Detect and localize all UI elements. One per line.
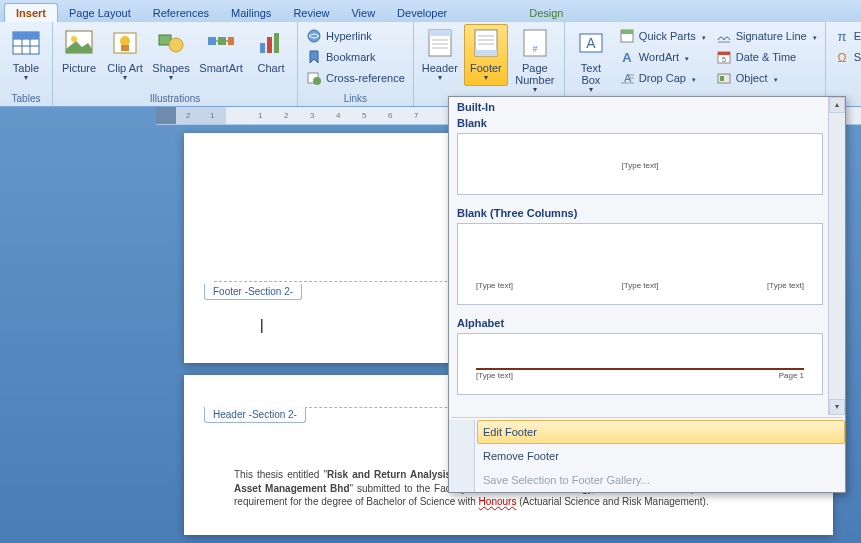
table-button[interactable]: Table <box>4 24 48 86</box>
group-header-footer: Header Footer #Page Number He <box>414 22 565 106</box>
svg-point-12 <box>169 38 183 52</box>
svg-rect-48 <box>720 76 724 81</box>
dropcap-icon: A <box>619 70 635 86</box>
bookmark-icon <box>306 49 322 65</box>
group-tables: Table Tables <box>0 22 53 106</box>
hyperlink-icon <box>306 28 322 44</box>
svg-point-21 <box>313 77 321 85</box>
scroll-down-icon[interactable]: ▾ <box>829 399 845 415</box>
text-cursor: | <box>260 317 264 333</box>
tab-mailings[interactable]: Mailings <box>220 4 282 22</box>
svg-text:A: A <box>622 50 632 65</box>
clipart-button[interactable]: Clip Art <box>103 24 147 86</box>
object-icon <box>716 70 732 86</box>
textbox-button[interactable]: AText Box <box>569 24 613 98</box>
svg-rect-37 <box>621 30 633 34</box>
preview-alphabet[interactable]: [Type text] Page 1 <box>457 333 823 395</box>
save-selection-item: Save Selection to Footer Gallery... <box>477 468 845 492</box>
svg-rect-15 <box>228 37 234 45</box>
page-number-icon: # <box>519 27 551 59</box>
chart-button[interactable]: Chart <box>249 24 293 77</box>
datetime-button[interactable]: 5Date & Time <box>712 47 821 67</box>
footer-button[interactable]: Footer <box>464 24 508 86</box>
category-builtin: Built-In <box>449 97 845 117</box>
ribbon-tabs: Insert Page Layout References Mailings R… <box>0 0 861 22</box>
preview-blank-three-columns[interactable]: [Type text] [Type text] [Type text] <box>457 223 823 305</box>
preview-title-blank: Blank <box>449 117 845 133</box>
svg-text:#: # <box>532 44 537 54</box>
picture-button[interactable]: Picture <box>57 24 101 77</box>
preview-title-blank3: Blank (Three Columns) <box>449 203 845 223</box>
group-label-tables: Tables <box>4 92 48 106</box>
dropcap-button[interactable]: ADrop Cap <box>615 68 710 88</box>
svg-text:π: π <box>837 29 846 44</box>
footer-gallery-dropdown: ▴ ▾ Built-In Blank [Type text] Blank (Th… <box>448 96 846 493</box>
preview-blank[interactable]: [Type text] <box>457 133 823 195</box>
svg-point-9 <box>120 36 130 46</box>
textbox-icon: A <box>575 27 607 59</box>
wordart-button[interactable]: AWordArt <box>615 47 710 67</box>
header-icon <box>424 27 456 59</box>
group-illustrations: Picture Clip Art Shapes SmartArt Chart I… <box>53 22 298 106</box>
svg-rect-16 <box>260 43 265 53</box>
footer-tag: Footer -Section 2- <box>204 284 302 300</box>
svg-rect-23 <box>429 30 451 36</box>
tab-insert[interactable]: Insert <box>4 3 58 22</box>
symbol-button[interactable]: ΩSymb <box>830 47 861 67</box>
shapes-icon <box>155 27 187 59</box>
wordart-icon: A <box>619 49 635 65</box>
smartart-button[interactable]: SmartArt <box>195 24 247 77</box>
crossref-icon <box>306 70 322 86</box>
equation-icon: π <box>834 28 850 44</box>
tab-view[interactable]: View <box>340 4 386 22</box>
alphabet-rule-line <box>476 368 804 370</box>
svg-text:A: A <box>586 35 596 51</box>
smartart-icon <box>205 27 237 59</box>
edit-footer-item[interactable]: Edit Footer <box>477 420 845 444</box>
footer-icon <box>470 27 502 59</box>
page-number-button[interactable]: #Page Number <box>510 24 560 98</box>
equation-button[interactable]: πEqua <box>830 26 861 46</box>
group-label-links: Links <box>302 92 409 106</box>
tab-review[interactable]: Review <box>282 4 340 22</box>
ribbon: Table Tables Picture Clip Art Shapes Sma… <box>0 22 861 107</box>
scroll-up-icon[interactable]: ▴ <box>829 97 845 113</box>
signature-icon <box>716 28 732 44</box>
gallery-scrollbar[interactable]: ▴ ▾ <box>828 97 845 415</box>
hyperlink-button[interactable]: Hyperlink <box>302 26 409 46</box>
header-tag: Header -Section 2- <box>204 407 306 423</box>
svg-rect-10 <box>121 45 129 51</box>
datetime-icon: 5 <box>716 49 732 65</box>
quickparts-button[interactable]: Quick Parts <box>615 26 710 46</box>
header-button[interactable]: Header <box>418 24 462 86</box>
preview-title-alphabet: Alphabet <box>449 313 845 333</box>
svg-rect-18 <box>274 33 279 53</box>
tab-references[interactable]: References <box>142 4 220 22</box>
crossref-button[interactable]: Cross-reference <box>302 68 409 88</box>
svg-rect-28 <box>475 50 497 56</box>
bookmark-button[interactable]: Bookmark <box>302 47 409 67</box>
symbol-icon: Ω <box>834 49 850 65</box>
group-text: AText Box Quick Parts AWordArt ADrop Cap… <box>565 22 826 106</box>
tab-design[interactable]: Design <box>518 4 574 22</box>
tab-page-layout[interactable]: Page Layout <box>58 4 142 22</box>
group-links: Hyperlink Bookmark Cross-reference Links <box>298 22 414 106</box>
remove-footer-item[interactable]: Remove Footer <box>477 444 845 468</box>
svg-rect-5 <box>13 32 39 39</box>
object-button[interactable]: Object <box>712 68 821 88</box>
signature-line-button[interactable]: Signature Line <box>712 26 821 46</box>
svg-text:Ω: Ω <box>837 51 846 65</box>
tab-developer[interactable]: Developer <box>386 4 458 22</box>
group-label-illustrations: Illustrations <box>57 92 293 106</box>
chart-icon <box>255 27 287 59</box>
svg-rect-17 <box>267 37 272 53</box>
table-icon <box>10 27 42 59</box>
menu-icon-strip <box>449 420 475 492</box>
svg-rect-45 <box>718 52 730 55</box>
svg-rect-13 <box>208 37 216 45</box>
shapes-button[interactable]: Shapes <box>149 24 193 86</box>
picture-icon <box>63 27 95 59</box>
quickparts-icon <box>619 28 635 44</box>
svg-rect-14 <box>218 37 226 45</box>
clipart-icon <box>109 27 141 59</box>
